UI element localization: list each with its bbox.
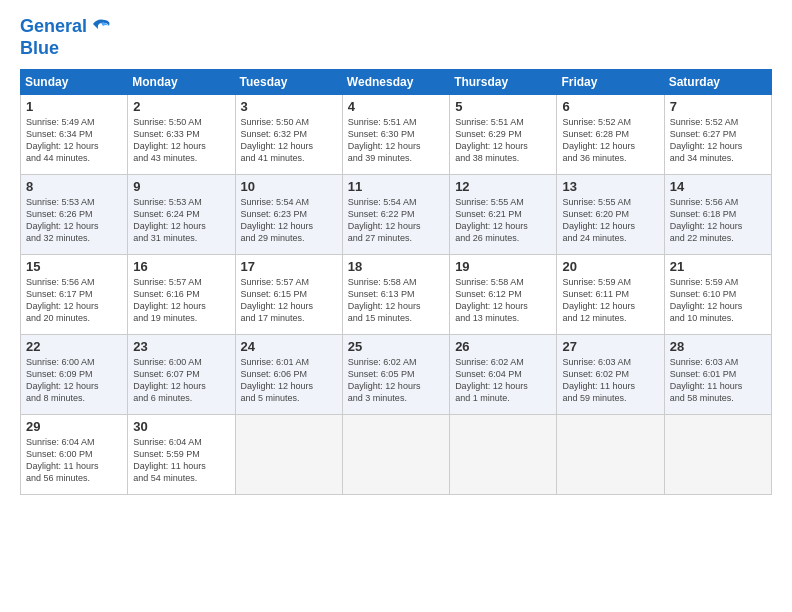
day-info: Sunrise: 5:56 AM Sunset: 6:17 PM Dayligh… xyxy=(26,276,122,325)
calendar-cell: 17Sunrise: 5:57 AM Sunset: 6:15 PM Dayli… xyxy=(235,254,342,334)
calendar-cell xyxy=(557,414,664,494)
calendar-cell: 25Sunrise: 6:02 AM Sunset: 6:05 PM Dayli… xyxy=(342,334,449,414)
calendar-cell: 3Sunrise: 5:50 AM Sunset: 6:32 PM Daylig… xyxy=(235,94,342,174)
day-number: 29 xyxy=(26,419,122,434)
day-info: Sunrise: 5:57 AM Sunset: 6:15 PM Dayligh… xyxy=(241,276,337,325)
day-number: 26 xyxy=(455,339,551,354)
day-number: 12 xyxy=(455,179,551,194)
day-number: 3 xyxy=(241,99,337,114)
calendar-week-4: 22Sunrise: 6:00 AM Sunset: 6:09 PM Dayli… xyxy=(21,334,772,414)
weekday-header-thursday: Thursday xyxy=(450,69,557,94)
weekday-header-sunday: Sunday xyxy=(21,69,128,94)
day-number: 19 xyxy=(455,259,551,274)
calendar-cell xyxy=(450,414,557,494)
calendar-cell: 14Sunrise: 5:56 AM Sunset: 6:18 PM Dayli… xyxy=(664,174,771,254)
calendar-cell: 27Sunrise: 6:03 AM Sunset: 6:02 PM Dayli… xyxy=(557,334,664,414)
calendar-cell: 11Sunrise: 5:54 AM Sunset: 6:22 PM Dayli… xyxy=(342,174,449,254)
day-info: Sunrise: 6:02 AM Sunset: 6:04 PM Dayligh… xyxy=(455,356,551,405)
logo: General Blue xyxy=(20,16,111,59)
calendar-cell: 28Sunrise: 6:03 AM Sunset: 6:01 PM Dayli… xyxy=(664,334,771,414)
calendar-cell: 6Sunrise: 5:52 AM Sunset: 6:28 PM Daylig… xyxy=(557,94,664,174)
page: General Blue SundayMondayTuesdayWednesda… xyxy=(0,0,792,612)
weekday-header-friday: Friday xyxy=(557,69,664,94)
calendar-cell: 26Sunrise: 6:02 AM Sunset: 6:04 PM Dayli… xyxy=(450,334,557,414)
header: General Blue xyxy=(20,16,772,59)
day-number: 4 xyxy=(348,99,444,114)
day-info: Sunrise: 5:59 AM Sunset: 6:11 PM Dayligh… xyxy=(562,276,658,325)
calendar-cell: 2Sunrise: 5:50 AM Sunset: 6:33 PM Daylig… xyxy=(128,94,235,174)
day-info: Sunrise: 5:55 AM Sunset: 6:21 PM Dayligh… xyxy=(455,196,551,245)
day-info: Sunrise: 5:54 AM Sunset: 6:22 PM Dayligh… xyxy=(348,196,444,245)
day-number: 2 xyxy=(133,99,229,114)
day-number: 1 xyxy=(26,99,122,114)
day-number: 7 xyxy=(670,99,766,114)
calendar-cell: 21Sunrise: 5:59 AM Sunset: 6:10 PM Dayli… xyxy=(664,254,771,334)
calendar-cell: 20Sunrise: 5:59 AM Sunset: 6:11 PM Dayli… xyxy=(557,254,664,334)
calendar-cell: 30Sunrise: 6:04 AM Sunset: 5:59 PM Dayli… xyxy=(128,414,235,494)
calendar-cell: 9Sunrise: 5:53 AM Sunset: 6:24 PM Daylig… xyxy=(128,174,235,254)
day-number: 6 xyxy=(562,99,658,114)
calendar-cell: 29Sunrise: 6:04 AM Sunset: 6:00 PM Dayli… xyxy=(21,414,128,494)
calendar-cell: 24Sunrise: 6:01 AM Sunset: 6:06 PM Dayli… xyxy=(235,334,342,414)
weekday-header-saturday: Saturday xyxy=(664,69,771,94)
day-number: 11 xyxy=(348,179,444,194)
calendar-cell: 10Sunrise: 5:54 AM Sunset: 6:23 PM Dayli… xyxy=(235,174,342,254)
day-info: Sunrise: 5:59 AM Sunset: 6:10 PM Dayligh… xyxy=(670,276,766,325)
day-info: Sunrise: 5:53 AM Sunset: 6:26 PM Dayligh… xyxy=(26,196,122,245)
day-number: 23 xyxy=(133,339,229,354)
calendar-cell: 12Sunrise: 5:55 AM Sunset: 6:21 PM Dayli… xyxy=(450,174,557,254)
day-info: Sunrise: 5:49 AM Sunset: 6:34 PM Dayligh… xyxy=(26,116,122,165)
weekday-header-monday: Monday xyxy=(128,69,235,94)
calendar-cell: 16Sunrise: 5:57 AM Sunset: 6:16 PM Dayli… xyxy=(128,254,235,334)
day-info: Sunrise: 6:00 AM Sunset: 6:07 PM Dayligh… xyxy=(133,356,229,405)
day-number: 25 xyxy=(348,339,444,354)
day-number: 21 xyxy=(670,259,766,274)
day-info: Sunrise: 5:56 AM Sunset: 6:18 PM Dayligh… xyxy=(670,196,766,245)
day-info: Sunrise: 6:01 AM Sunset: 6:06 PM Dayligh… xyxy=(241,356,337,405)
calendar-header-row: SundayMondayTuesdayWednesdayThursdayFrid… xyxy=(21,69,772,94)
day-info: Sunrise: 5:50 AM Sunset: 6:33 PM Dayligh… xyxy=(133,116,229,165)
calendar-cell: 23Sunrise: 6:00 AM Sunset: 6:07 PM Dayli… xyxy=(128,334,235,414)
day-number: 13 xyxy=(562,179,658,194)
logo-text: General Blue xyxy=(20,16,111,59)
day-info: Sunrise: 5:51 AM Sunset: 6:30 PM Dayligh… xyxy=(348,116,444,165)
day-number: 24 xyxy=(241,339,337,354)
day-info: Sunrise: 5:51 AM Sunset: 6:29 PM Dayligh… xyxy=(455,116,551,165)
day-info: Sunrise: 6:04 AM Sunset: 5:59 PM Dayligh… xyxy=(133,436,229,485)
calendar-week-2: 8Sunrise: 5:53 AM Sunset: 6:26 PM Daylig… xyxy=(21,174,772,254)
calendar-table: SundayMondayTuesdayWednesdayThursdayFrid… xyxy=(20,69,772,495)
day-info: Sunrise: 5:50 AM Sunset: 6:32 PM Dayligh… xyxy=(241,116,337,165)
day-info: Sunrise: 6:00 AM Sunset: 6:09 PM Dayligh… xyxy=(26,356,122,405)
day-number: 22 xyxy=(26,339,122,354)
calendar-cell xyxy=(664,414,771,494)
calendar-cell: 18Sunrise: 5:58 AM Sunset: 6:13 PM Dayli… xyxy=(342,254,449,334)
calendar-cell: 4Sunrise: 5:51 AM Sunset: 6:30 PM Daylig… xyxy=(342,94,449,174)
calendar-cell: 5Sunrise: 5:51 AM Sunset: 6:29 PM Daylig… xyxy=(450,94,557,174)
day-info: Sunrise: 5:54 AM Sunset: 6:23 PM Dayligh… xyxy=(241,196,337,245)
logo-bird-icon xyxy=(89,16,111,38)
day-number: 5 xyxy=(455,99,551,114)
day-number: 16 xyxy=(133,259,229,274)
calendar-week-3: 15Sunrise: 5:56 AM Sunset: 6:17 PM Dayli… xyxy=(21,254,772,334)
weekday-header-wednesday: Wednesday xyxy=(342,69,449,94)
calendar-cell: 8Sunrise: 5:53 AM Sunset: 6:26 PM Daylig… xyxy=(21,174,128,254)
day-info: Sunrise: 5:58 AM Sunset: 6:12 PM Dayligh… xyxy=(455,276,551,325)
day-number: 14 xyxy=(670,179,766,194)
calendar-cell: 13Sunrise: 5:55 AM Sunset: 6:20 PM Dayli… xyxy=(557,174,664,254)
day-info: Sunrise: 5:58 AM Sunset: 6:13 PM Dayligh… xyxy=(348,276,444,325)
day-number: 27 xyxy=(562,339,658,354)
day-number: 20 xyxy=(562,259,658,274)
day-number: 9 xyxy=(133,179,229,194)
day-info: Sunrise: 6:04 AM Sunset: 6:00 PM Dayligh… xyxy=(26,436,122,485)
day-number: 10 xyxy=(241,179,337,194)
day-info: Sunrise: 6:03 AM Sunset: 6:02 PM Dayligh… xyxy=(562,356,658,405)
day-number: 15 xyxy=(26,259,122,274)
day-number: 30 xyxy=(133,419,229,434)
day-info: Sunrise: 5:53 AM Sunset: 6:24 PM Dayligh… xyxy=(133,196,229,245)
calendar-cell: 15Sunrise: 5:56 AM Sunset: 6:17 PM Dayli… xyxy=(21,254,128,334)
calendar-cell: 22Sunrise: 6:00 AM Sunset: 6:09 PM Dayli… xyxy=(21,334,128,414)
day-number: 17 xyxy=(241,259,337,274)
day-number: 28 xyxy=(670,339,766,354)
day-info: Sunrise: 5:52 AM Sunset: 6:27 PM Dayligh… xyxy=(670,116,766,165)
day-number: 18 xyxy=(348,259,444,274)
